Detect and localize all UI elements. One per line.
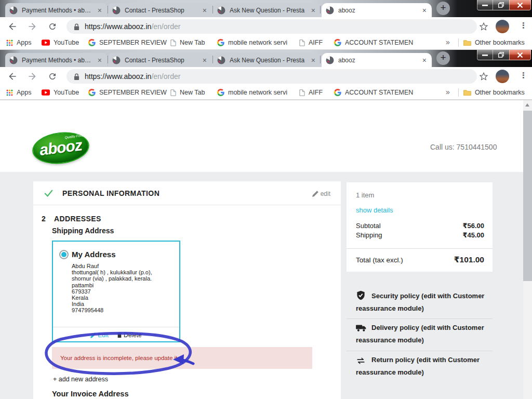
show-details-link[interactable]: show details	[356, 206, 393, 214]
tab-title: abooz	[338, 57, 418, 64]
edit-personal-info-link[interactable]: edit	[312, 190, 330, 197]
bookmark-new-tab[interactable]: New Tab	[170, 88, 205, 97]
profile-avatar[interactable]	[496, 20, 509, 33]
tab-ask-new-question[interactable]: Ask New Question - Presta ×	[213, 3, 321, 17]
refresh-icon[interactable]	[48, 72, 57, 83]
tab-close-icon[interactable]: ×	[202, 57, 208, 64]
lock-icon	[74, 23, 79, 31]
delivery-policy-item: Delivery policy (edit with Customer reas…	[347, 323, 493, 345]
bookmark-mobile-network[interactable]: mobile network servi	[217, 88, 287, 97]
address-delete-link[interactable]: Delete	[117, 331, 142, 339]
new-tab-button[interactable]: +	[436, 2, 450, 15]
url-path: /en/order	[151, 22, 180, 31]
browser-menu-icon[interactable]: ⋮	[520, 21, 527, 30]
back-icon[interactable]	[7, 21, 18, 34]
other-bookmarks[interactable]: Other bookmarks	[463, 88, 525, 97]
bookmarks-bar: Apps YouTube SEPTEMBER REVIEW New Tab mo…	[0, 36, 532, 50]
window-close-button[interactable]	[509, 0, 531, 10]
page-scrollbar[interactable]	[523, 100, 532, 399]
bookmark-aiff[interactable]: AIFF	[299, 88, 323, 97]
new-tab-button[interactable]: +	[436, 51, 450, 65]
scrollbar-thumb[interactable]	[523, 111, 532, 281]
abooz-logo[interactable]: Quality Food abooz	[31, 129, 91, 167]
refresh-icon[interactable]	[48, 22, 57, 33]
tab-abooz-active[interactable]: abooz ×	[322, 3, 432, 17]
bookmarks-divider	[458, 88, 459, 97]
forward-icon[interactable]	[27, 71, 37, 84]
address-edit-link[interactable]: Edit	[90, 331, 109, 339]
back-icon[interactable]	[7, 71, 18, 84]
bookmark-account-statement[interactable]: ACCOUNT STATEMEN	[334, 88, 413, 97]
bookmark-apps[interactable]: Apps	[6, 38, 32, 47]
tab-close-icon[interactable]: ×	[202, 7, 208, 14]
window-restore-button[interactable]	[493, 50, 509, 60]
bookmark-star-icon[interactable]	[479, 72, 488, 83]
bookmarks-overflow-chevron[interactable]: »	[446, 87, 450, 97]
tab-ask-new-question[interactable]: Ask New Question - Presta ×	[213, 53, 321, 67]
url-input[interactable]: https://www.abooz.in/en/order	[66, 19, 477, 34]
other-bookmarks[interactable]: Other bookmarks	[463, 38, 525, 47]
address-radio-selected[interactable]	[59, 250, 69, 259]
tab-close-icon[interactable]: ×	[97, 57, 103, 64]
address-line: 679337	[72, 288, 152, 295]
return-policy-item: Return policy (edit with Customer reassu…	[347, 355, 493, 377]
tab-payment-methods[interactable]: Payment Methods • abooz ×	[5, 3, 107, 17]
tab-contact-prestashop[interactable]: Contact - PrestaShop ×	[108, 53, 212, 67]
browser-menu-icon[interactable]: ⋮	[520, 71, 527, 80]
tab-contact-prestashop[interactable]: Contact - PrestaShop ×	[108, 3, 212, 17]
tab-separator	[108, 56, 108, 63]
bookmark-account-statement[interactable]: ACCOUNT STATEMEN	[334, 38, 413, 47]
bookmark-youtube[interactable]: YouTube	[42, 88, 79, 97]
bookmark-youtube[interactable]: YouTube	[42, 38, 79, 47]
bookmark-september-review[interactable]: SEPTEMBER REVIEW	[88, 88, 167, 97]
bookmark-apps[interactable]: Apps	[6, 88, 32, 97]
address-line: India	[72, 301, 152, 307]
bookmark-star-icon[interactable]	[479, 22, 488, 33]
checkout-card: PERSONAL INFORMATION edit 2 ADDRESSES Sh…	[33, 181, 341, 399]
tab-strip: Payment Methods • abooz × Contact - Pres…	[0, 50, 532, 67]
tab-close-icon[interactable]: ×	[421, 57, 428, 64]
security-policy-item: Security policy (edit with Customer reas…	[347, 290, 493, 313]
policy-divider	[347, 351, 493, 351]
bookmarks-overflow-chevron[interactable]: »	[446, 37, 450, 47]
tab-close-icon[interactable]: ×	[310, 7, 316, 14]
window-minimize-button[interactable]	[477, 50, 493, 60]
address-footer-divider	[53, 327, 179, 327]
forward-icon[interactable]	[27, 21, 37, 34]
bookmark-new-tab[interactable]: New Tab	[170, 38, 205, 47]
delete-label: Delete	[124, 331, 142, 339]
policy-text: Delivery policy (edit with Customer reas…	[356, 324, 484, 344]
bookmark-mobile-network[interactable]: mobile network servi	[217, 38, 287, 47]
prestashop-favicon-icon	[326, 6, 334, 15]
bookmark-september-review[interactable]: SEPTEMBER REVIEW	[88, 38, 167, 47]
bookmark-label: mobile network servi	[228, 89, 287, 96]
invoice-address-heading: Your Invoice Address	[52, 390, 128, 398]
tab-abooz-active[interactable]: abooz ×	[322, 53, 432, 67]
window-close-button[interactable]	[509, 50, 531, 60]
tab-close-icon[interactable]: ×	[310, 57, 316, 64]
bookmark-aiff[interactable]: AIFF	[299, 38, 323, 47]
tab-payment-methods[interactable]: Payment Methods • abooz ×	[5, 53, 107, 67]
profile-avatar[interactable]	[496, 70, 509, 83]
error-message: Your address is incomplete, please updat…	[60, 355, 179, 361]
tab-close-icon[interactable]: ×	[421, 7, 428, 14]
scrollbar-up-arrow-icon[interactable]	[525, 103, 529, 107]
address-card-selected[interactable]: My Address Abdu Rauf thottungal( h) , ku…	[52, 241, 180, 342]
url-input[interactable]: https://www.abooz.in/en/order	[66, 69, 477, 84]
tab-close-icon[interactable]: ×	[97, 7, 103, 14]
window-minimize-button[interactable]	[477, 0, 493, 10]
call-us-text: Call us: 7510441500	[430, 143, 497, 151]
bookmark-label: ACCOUNT STATEMEN	[345, 39, 413, 46]
window-restore-button[interactable]	[493, 0, 509, 10]
add-new-address-link[interactable]: + add new address	[53, 376, 108, 383]
bookmark-label: Apps	[17, 39, 32, 46]
addresses-step-number: 2	[42, 215, 46, 223]
tab-title: Ask New Question - Presta	[230, 7, 307, 14]
shipping-value: ₹45.00	[462, 231, 484, 239]
tab-title: Contact - PrestaShop	[125, 7, 198, 14]
address-line: 9747995448	[72, 307, 152, 313]
folder-icon	[463, 89, 471, 96]
prestashop-favicon-icon	[326, 56, 334, 64]
apps-grid-icon	[6, 39, 13, 46]
bookmark-label: New Tab	[180, 39, 205, 46]
